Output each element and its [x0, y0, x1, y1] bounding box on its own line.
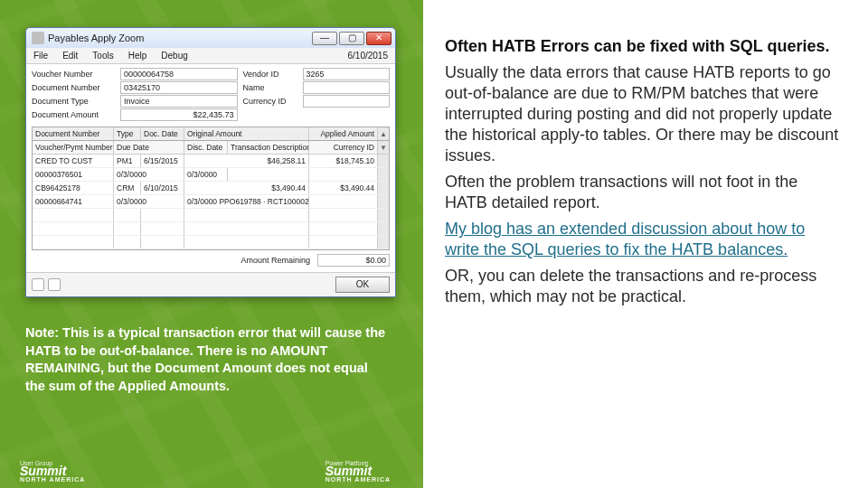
window-title: Payables Apply Zoom: [48, 33, 312, 43]
ok-button[interactable]: OK: [335, 277, 390, 293]
paragraph: OR, you can delete the transactions and …: [445, 266, 843, 307]
col-type: Type: [114, 127, 141, 140]
table-row[interactable]: 00000664741 0/3/0000 0/3/0000 PPO619788 …: [33, 195, 389, 209]
apply-grid: Document Number Type Doc. Date Original …: [32, 127, 390, 250]
table-row[interactable]: CB96425178 CRM 6/10/2015 $3,490.44 $3,49…: [33, 182, 389, 195]
minimize-button[interactable]: —: [312, 32, 337, 45]
col-duedate: Due Date: [114, 141, 184, 154]
doctype-label: Document Type: [32, 97, 115, 106]
footer-icon[interactable]: [32, 278, 44, 291]
paragraph: My blog has an extended discussion about…: [445, 219, 843, 260]
docnum-value: 03425170: [120, 81, 238, 94]
currency-value: [303, 95, 391, 108]
menu-help[interactable]: Help: [128, 51, 147, 61]
logo-right: Power Platform Summit NORTH AMERICA: [326, 461, 391, 483]
docnum-label: Document Number: [32, 83, 115, 92]
docamt-label: Document Amount: [32, 110, 115, 119]
footer-icon[interactable]: [48, 278, 61, 291]
menu-tools[interactable]: Tools: [92, 51, 113, 61]
col-docnum: Document Number: [33, 127, 114, 140]
docamt-value: $22,435.73: [120, 108, 238, 121]
vendor-value: 3265: [303, 68, 391, 80]
menu-edit[interactable]: Edit: [62, 51, 78, 61]
menu-date: 6/10/2015: [348, 51, 389, 61]
col-voucher: Voucher/Pymt Number: [33, 141, 114, 154]
close-button[interactable]: ✕: [366, 32, 392, 45]
logo-left: User Group Summit NORTH AMERICA: [20, 461, 85, 483]
voucher-label: Voucher Number: [32, 70, 115, 79]
col-discdate: Disc. Date: [184, 141, 228, 154]
table-row: .....: [33, 236, 389, 249]
paragraph: Often the problem transactions will not …: [445, 172, 843, 213]
app-icon: [32, 32, 44, 44]
note-text: Note: This is a typical transaction erro…: [25, 324, 387, 395]
menu-debug[interactable]: Debug: [161, 51, 187, 61]
col-docdate: Doc. Date: [141, 127, 184, 140]
amount-remaining-label: Amount Remaining: [241, 256, 310, 265]
paragraph: Usually the data errors that cause HATB …: [445, 62, 843, 166]
amount-remaining-value: $0.00: [317, 254, 390, 267]
table-row: .....: [33, 222, 389, 236]
name-label: Name: [243, 83, 297, 92]
table-row[interactable]: 00000376501 0/3/0000 0/3/0000: [33, 168, 389, 182]
voucher-value: 00000064758: [120, 68, 238, 80]
table-row[interactable]: CRED TO CUST PM1 6/15/2015 $46,258.11 $1…: [33, 155, 389, 168]
table-row: .....: [33, 209, 389, 222]
scroll-up-icon[interactable]: ▲: [378, 127, 389, 140]
maximize-button[interactable]: ▢: [339, 32, 364, 45]
text-panel: Often HATB Errors can be fixed with SQL …: [423, 0, 868, 488]
menu-file[interactable]: File: [33, 51, 48, 61]
name-value: [303, 81, 391, 94]
titlebar: Payables Apply Zoom — ▢ ✕: [26, 28, 395, 48]
col-trxdesc: Transaction Description: [228, 141, 309, 154]
currency-label: Currency ID: [243, 97, 297, 106]
lead-paragraph: Often HATB Errors can be fixed with SQL …: [445, 36, 843, 57]
menubar: File Edit Tools Help Debug 6/10/2015: [26, 48, 395, 64]
col-origamt: Original Amount: [184, 127, 309, 140]
vendor-label: Vendor ID: [243, 70, 297, 79]
col-currid: Currency ID: [309, 141, 378, 154]
doctype-value: Invoice: [120, 95, 238, 108]
col-applied: Applied Amount: [309, 127, 378, 140]
scroll-down-icon[interactable]: ▼: [378, 141, 389, 154]
app-window: Payables Apply Zoom — ▢ ✕ File Edit Tool…: [25, 27, 396, 297]
blog-link[interactable]: My blog has an extended discussion about…: [445, 220, 805, 258]
